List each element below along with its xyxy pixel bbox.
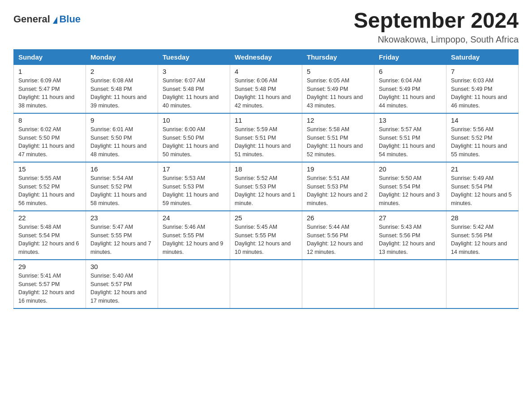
day-info: Sunrise: 5:50 AMSunset: 5:54 PMDaylight:… [379, 174, 442, 208]
table-row: 24 Sunrise: 5:46 AMSunset: 5:55 PMDaylig… [158, 211, 230, 260]
day-info: Sunrise: 6:09 AMSunset: 5:47 PMDaylight:… [18, 77, 81, 110]
table-row: 23 Sunrise: 5:47 AMSunset: 5:55 PMDaylig… [86, 211, 158, 260]
logo-blue: Blue [59, 13, 81, 25]
title-area: September 2024 Nkowakowa, Limpopo, South… [354, 9, 519, 45]
day-number: 8 [18, 116, 81, 124]
day-number: 9 [90, 116, 153, 124]
day-info: Sunrise: 5:51 AMSunset: 5:53 PMDaylight:… [307, 174, 369, 208]
table-row: 27 Sunrise: 5:43 AMSunset: 5:56 PMDaylig… [374, 211, 446, 260]
day-info: Sunrise: 5:47 AMSunset: 5:55 PMDaylight:… [90, 223, 153, 257]
day-info: Sunrise: 6:02 AMSunset: 5:50 PMDaylight:… [18, 125, 81, 159]
header-tuesday: Tuesday [158, 49, 230, 64]
table-row: 3 Sunrise: 6:07 AMSunset: 5:48 PMDayligh… [158, 64, 230, 113]
table-row [230, 260, 302, 308]
table-row: 1 Sunrise: 6:09 AMSunset: 5:47 PMDayligh… [14, 64, 86, 113]
day-info: Sunrise: 5:48 AMSunset: 5:54 PMDaylight:… [18, 223, 81, 257]
header-thursday: Thursday [302, 49, 374, 64]
day-number: 28 [451, 214, 514, 222]
day-number: 19 [307, 165, 369, 173]
day-info: Sunrise: 5:44 AMSunset: 5:56 PMDaylight:… [307, 223, 369, 257]
table-row: 22 Sunrise: 5:48 AMSunset: 5:54 PMDaylig… [14, 211, 86, 260]
table-row: 18 Sunrise: 5:52 AMSunset: 5:53 PMDaylig… [230, 162, 302, 211]
header-wednesday: Wednesday [230, 49, 302, 64]
table-row: 17 Sunrise: 5:53 AMSunset: 5:53 PMDaylig… [158, 162, 230, 211]
day-info: Sunrise: 6:01 AMSunset: 5:50 PMDaylight:… [90, 125, 153, 159]
day-info: Sunrise: 5:46 AMSunset: 5:55 PMDaylight:… [163, 223, 225, 257]
month-title: September 2024 [354, 9, 519, 33]
table-row: 28 Sunrise: 5:42 AMSunset: 5:56 PMDaylig… [446, 211, 519, 260]
table-row: 19 Sunrise: 5:51 AMSunset: 5:53 PMDaylig… [302, 162, 374, 211]
day-number: 14 [451, 116, 514, 124]
day-number: 30 [90, 263, 153, 270]
logo-arrow-icon [53, 17, 57, 24]
day-number: 26 [307, 214, 369, 222]
day-number: 20 [379, 165, 442, 173]
day-number: 13 [379, 116, 442, 124]
day-number: 12 [307, 116, 369, 124]
day-info: Sunrise: 5:58 AMSunset: 5:51 PMDaylight:… [307, 125, 369, 159]
header-friday: Friday [374, 49, 446, 64]
day-number: 29 [18, 263, 81, 270]
table-row: 30 Sunrise: 5:40 AMSunset: 5:57 PMDaylig… [86, 260, 158, 308]
day-info: Sunrise: 6:05 AMSunset: 5:49 PMDaylight:… [307, 77, 369, 110]
table-row: 29 Sunrise: 5:41 AMSunset: 5:57 PMDaylig… [14, 260, 86, 308]
table-row: 20 Sunrise: 5:50 AMSunset: 5:54 PMDaylig… [374, 162, 446, 211]
day-info: Sunrise: 5:59 AMSunset: 5:51 PMDaylight:… [235, 125, 297, 159]
day-number: 11 [235, 116, 297, 124]
day-info: Sunrise: 5:53 AMSunset: 5:53 PMDaylight:… [163, 174, 225, 208]
table-row: 8 Sunrise: 6:02 AMSunset: 5:50 PMDayligh… [14, 113, 86, 162]
calendar-header-row: Sunday Monday Tuesday Wednesday Thursday… [14, 49, 519, 64]
day-number: 1 [18, 68, 81, 75]
calendar-week-row: 1 Sunrise: 6:09 AMSunset: 5:47 PMDayligh… [14, 64, 519, 113]
day-number: 4 [235, 68, 297, 75]
calendar-table: Sunday Monday Tuesday Wednesday Thursday… [13, 49, 519, 309]
day-info: Sunrise: 6:06 AMSunset: 5:48 PMDaylight:… [235, 77, 297, 110]
table-row [158, 260, 230, 308]
day-number: 15 [18, 165, 81, 173]
day-info: Sunrise: 5:55 AMSunset: 5:52 PMDaylight:… [18, 174, 81, 208]
day-info: Sunrise: 5:56 AMSunset: 5:52 PMDaylight:… [451, 125, 514, 159]
day-info: Sunrise: 5:41 AMSunset: 5:57 PMDaylight:… [18, 272, 81, 305]
table-row: 14 Sunrise: 5:56 AMSunset: 5:52 PMDaylig… [446, 113, 519, 162]
day-info: Sunrise: 5:42 AMSunset: 5:56 PMDaylight:… [451, 223, 514, 257]
header-monday: Monday [86, 49, 158, 64]
day-number: 10 [163, 116, 225, 124]
header-saturday: Saturday [446, 49, 519, 64]
day-number: 22 [18, 214, 81, 222]
table-row [302, 260, 374, 308]
day-info: Sunrise: 5:40 AMSunset: 5:57 PMDaylight:… [90, 272, 153, 305]
day-number: 5 [307, 68, 369, 75]
day-number: 16 [90, 165, 153, 173]
day-info: Sunrise: 5:52 AMSunset: 5:53 PMDaylight:… [235, 174, 297, 208]
logo-general: General [13, 13, 50, 25]
day-info: Sunrise: 5:57 AMSunset: 5:51 PMDaylight:… [379, 125, 442, 159]
logo: General Blue [13, 13, 81, 25]
day-number: 24 [163, 214, 225, 222]
table-row: 12 Sunrise: 5:58 AMSunset: 5:51 PMDaylig… [302, 113, 374, 162]
table-row: 5 Sunrise: 6:05 AMSunset: 5:49 PMDayligh… [302, 64, 374, 113]
day-number: 25 [235, 214, 297, 222]
table-row: 25 Sunrise: 5:45 AMSunset: 5:55 PMDaylig… [230, 211, 302, 260]
day-info: Sunrise: 6:04 AMSunset: 5:49 PMDaylight:… [379, 77, 442, 110]
table-row [446, 260, 519, 308]
day-number: 23 [90, 214, 153, 222]
table-row: 13 Sunrise: 5:57 AMSunset: 5:51 PMDaylig… [374, 113, 446, 162]
day-info: Sunrise: 5:54 AMSunset: 5:52 PMDaylight:… [90, 174, 153, 208]
header-sunday: Sunday [14, 49, 86, 64]
table-row: 26 Sunrise: 5:44 AMSunset: 5:56 PMDaylig… [302, 211, 374, 260]
table-row: 10 Sunrise: 6:00 AMSunset: 5:50 PMDaylig… [158, 113, 230, 162]
day-info: Sunrise: 6:03 AMSunset: 5:49 PMDaylight:… [451, 77, 514, 110]
table-row: 9 Sunrise: 6:01 AMSunset: 5:50 PMDayligh… [86, 113, 158, 162]
table-row: 16 Sunrise: 5:54 AMSunset: 5:52 PMDaylig… [86, 162, 158, 211]
table-row [374, 260, 446, 308]
day-info: Sunrise: 5:45 AMSunset: 5:55 PMDaylight:… [235, 223, 297, 257]
day-number: 3 [163, 68, 225, 75]
day-number: 7 [451, 68, 514, 75]
table-row: 6 Sunrise: 6:04 AMSunset: 5:49 PMDayligh… [374, 64, 446, 113]
day-number: 18 [235, 165, 297, 173]
day-info: Sunrise: 6:07 AMSunset: 5:48 PMDaylight:… [163, 77, 225, 110]
day-info: Sunrise: 6:08 AMSunset: 5:48 PMDaylight:… [90, 77, 153, 110]
day-number: 21 [451, 165, 514, 173]
table-row: 15 Sunrise: 5:55 AMSunset: 5:52 PMDaylig… [14, 162, 86, 211]
day-number: 2 [90, 68, 153, 75]
